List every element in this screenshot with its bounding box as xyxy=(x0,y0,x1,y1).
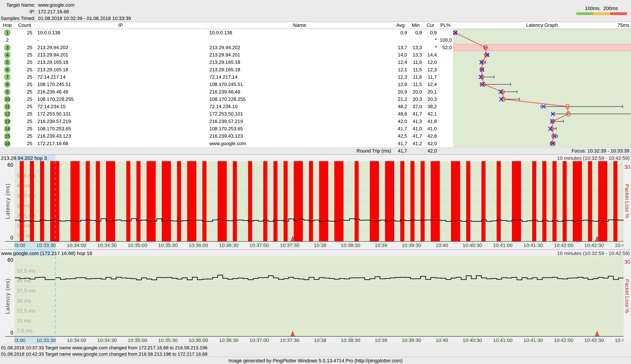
graph2-title: www.google.com (172.217.16.68) hop 16 xyxy=(1,250,92,256)
hop-row[interactable]: 325213.29.94.202213.29.94.20213,713,3*52… xyxy=(0,44,631,51)
avg-cell: 0,9 xyxy=(393,29,408,36)
min-cell: 11,6 xyxy=(408,73,423,81)
avg-cell: 14,0 xyxy=(393,51,408,58)
graph-spacer xyxy=(453,132,631,140)
event-log: 01.08.2018 10:37:33 Target name www.goog… xyxy=(0,344,631,357)
graph1-plot[interactable]: 52,5 ms45 ms37,5 ms30 ms22,5 ms15 ms7,5 … xyxy=(15,161,624,241)
graph1-title-bar: 213.29.94.202 hop 3 10 minutes (10:32:59… xyxy=(0,154,631,161)
name-cell: 108.170.228.255 xyxy=(207,96,393,103)
count-cell: 25 xyxy=(15,66,35,73)
ip-cell: 216.239.46.49 xyxy=(35,88,207,96)
hop-row[interactable]: 625213.29.165.18213.29.165.1812,111,512,… xyxy=(0,66,631,73)
avg-cell: 42,0 xyxy=(393,118,408,125)
summary-header: Target Name: www.google.com IP: 172.217.… xyxy=(0,0,631,22)
pl-cell xyxy=(438,51,453,58)
graph2-y2-axis-label: Packet Loss % xyxy=(624,279,630,313)
count-cell: 25 xyxy=(15,118,35,125)
hop-row[interactable]: 112572.14.234.1072.14.234.1048,237,038,2 xyxy=(0,103,631,110)
hop-badge: 1 xyxy=(4,30,10,36)
avg-cell: 48,2 xyxy=(393,103,408,110)
hop-row[interactable]: 2-*100,0 xyxy=(0,36,631,44)
graph-spacer xyxy=(453,88,631,96)
min-cell: 41,7 xyxy=(408,132,423,140)
col-header-cur: Cur xyxy=(423,22,438,29)
hop-row[interactable]: 1425108.170.253.65108.170.253.6541,741,0… xyxy=(0,125,631,132)
svg-text:30 ms: 30 ms xyxy=(17,203,31,209)
pl-cell xyxy=(438,103,453,110)
count-cell: 25 xyxy=(15,73,35,81)
graph2: 60 0 Latency (ms) 52,5 ms45 ms37,5 ms30 … xyxy=(0,256,631,336)
graph-spacer xyxy=(453,66,631,73)
hop-badge: 5 xyxy=(4,59,10,66)
graph-spacer xyxy=(453,81,631,88)
hop-badge: 13 xyxy=(4,118,10,125)
avg-cell xyxy=(393,36,408,44)
count-cell: 25 xyxy=(15,96,35,103)
hop-row[interactable]: 1525216.239.43.123216.239.43.12342,541,7… xyxy=(0,132,631,140)
ip-cell: 216.239.43.123 xyxy=(35,132,207,140)
hop-row[interactable]: 1625172.217.16.68www.google.com41,741,24… xyxy=(0,140,631,147)
legend-yellow-segment xyxy=(593,12,610,15)
pl-cell xyxy=(438,73,453,81)
hop-row[interactable]: 825108.170.245.51108.170.245.5112,911,51… xyxy=(0,81,631,88)
hop-row[interactable]: 1225172.253.50.101172.253.50.10148,641,7… xyxy=(0,110,631,118)
hop-cell: 10 xyxy=(0,96,15,103)
min-cell: 11,9 xyxy=(408,58,423,66)
graph2-svg: 52,5 ms45 ms37,5 ms30 ms22,5 ms15 ms7,5 … xyxy=(15,256,624,336)
x-tick-label: 10:43:00 xyxy=(606,242,624,248)
avg-cell: 13,7 xyxy=(393,44,408,51)
svg-text:52,5 ms: 52,5 ms xyxy=(17,268,36,274)
graph-spacer xyxy=(453,118,631,125)
avg-cell: 12,4 xyxy=(393,58,408,66)
graph-spacer xyxy=(453,44,631,51)
col-header-min: Min xyxy=(408,22,423,29)
hop-cell: 3 xyxy=(0,44,15,51)
cur-cell: 0,9 xyxy=(423,29,438,36)
round-trip-label: Round Trip (ms) xyxy=(207,147,393,154)
trace-table-body: 12510.0.0.13810.0.0.1380,90,80,92-*100,0… xyxy=(0,29,631,147)
ip-cell: - xyxy=(35,36,207,44)
graph2-y-min: 0 xyxy=(0,330,13,336)
hop-rows: 12510.0.0.13810.0.0.1380,90,80,92-*100,0… xyxy=(0,29,631,147)
graph2-title-bar: www.google.com (172.217.16.68) hop 16 10… xyxy=(0,250,631,256)
cur-cell: 12,0 xyxy=(423,58,438,66)
hop-row[interactable]: 525213.29.165.18213.29.165.1812,411,912,… xyxy=(0,58,631,66)
cur-cell: 42,8 xyxy=(423,132,438,140)
hop-row[interactable]: 72572.14.217.1472.14.217.1412,311,611,7 xyxy=(0,73,631,81)
svg-text:15 ms: 15 ms xyxy=(17,223,31,229)
name-cell: 216.239.46.49 xyxy=(207,88,393,96)
svg-text:37,5 ms: 37,5 ms xyxy=(17,288,36,294)
hop-row[interactable]: 425213.29.94.201213.29.94.20114,013,314,… xyxy=(0,51,631,58)
hop-badge: 15 xyxy=(4,133,10,140)
hop-row[interactable]: 1325216.239.57.219216.239.57.21942,041,3… xyxy=(0,118,631,125)
count-cell: 25 xyxy=(15,51,35,58)
hop-cell: 16 xyxy=(0,140,15,147)
count-cell: 25 xyxy=(15,110,35,118)
cur-cell: 11,7 xyxy=(423,73,438,81)
min-cell: 41,7 xyxy=(408,110,423,118)
name-cell: 108.170.253.65 xyxy=(207,125,393,132)
hop-row[interactable]: 925216.239.46.49216.239.46.4920,920,020,… xyxy=(0,88,631,96)
name-cell: 216.239.43.123 xyxy=(207,132,393,140)
pl-cell: 52,0 xyxy=(438,44,453,51)
hop-row[interactable]: 1025108.170.228.255108.170.228.25521,220… xyxy=(0,96,631,103)
hop-row[interactable]: 12510.0.0.13810.0.0.1380,90,80,9 xyxy=(0,29,631,36)
min-cell: 20,3 xyxy=(408,96,423,103)
graph2-plot[interactable]: 52,5 ms45 ms37,5 ms30 ms22,5 ms15 ms7,5 … xyxy=(15,256,624,336)
count-cell: 25 xyxy=(15,132,35,140)
cur-cell: * xyxy=(423,36,438,44)
hop-badge: 9 xyxy=(4,89,10,95)
svg-text:22,5 ms: 22,5 ms xyxy=(17,308,36,314)
hop-cell: 4 xyxy=(0,51,15,58)
name-cell xyxy=(207,36,393,44)
graph2-y-max: 60 xyxy=(0,257,13,263)
name-cell: 172.253.50.101 xyxy=(207,110,393,118)
hop-cell: 6 xyxy=(0,66,15,73)
legend-color-bar xyxy=(576,12,627,15)
avg-cell: 21,2 xyxy=(393,96,408,103)
ip-cell: 213.29.165.18 xyxy=(35,58,207,66)
ip-cell: 108.170.245.51 xyxy=(35,81,207,88)
ip-cell: 72.14.217.14 xyxy=(35,73,207,81)
legend-green-segment xyxy=(576,12,593,15)
hop-cell: 14 xyxy=(0,125,15,132)
